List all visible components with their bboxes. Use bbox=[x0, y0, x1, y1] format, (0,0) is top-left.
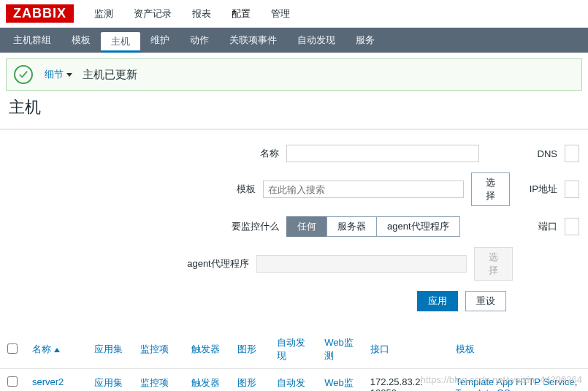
host-link[interactable]: server2 bbox=[32, 376, 64, 387]
col-header[interactable]: 触发器 bbox=[184, 330, 230, 369]
top-nav: ZABBIX 监测资产记录报表配置管理 bbox=[0, 0, 588, 28]
check-icon bbox=[14, 65, 33, 84]
notice-message: 主机已更新 bbox=[83, 68, 137, 82]
subnav-item[interactable]: 关联项事件 bbox=[219, 28, 287, 53]
template-input[interactable] bbox=[263, 181, 464, 198]
template-link[interactable]: Template OS bbox=[456, 387, 511, 391]
template-link[interactable]: Template App HTTP Service bbox=[456, 376, 575, 387]
col-header[interactable]: 模板 bbox=[448, 330, 588, 369]
success-notice: 细节 主机已更新 bbox=[6, 58, 582, 91]
ip-input[interactable] bbox=[565, 181, 579, 198]
agent-select-button: 选择 bbox=[474, 247, 513, 281]
monitor-option[interactable]: agent代理程序 bbox=[376, 216, 460, 237]
port-input[interactable] bbox=[565, 218, 579, 235]
sort-asc-icon bbox=[54, 348, 60, 352]
brand-logo: ZABBIX bbox=[6, 4, 74, 23]
row-checkbox[interactable] bbox=[7, 376, 18, 387]
agent-input bbox=[256, 255, 467, 273]
monitor-option[interactable]: 服务器 bbox=[327, 216, 377, 237]
col-header[interactable]: 监控项 bbox=[133, 330, 184, 369]
label-agent: agent代理程序 bbox=[9, 257, 249, 270]
cell-link[interactable]: 应用集 bbox=[94, 377, 123, 388]
page-title: 主机 bbox=[9, 96, 579, 118]
apply-button[interactable]: 应用 bbox=[417, 291, 458, 311]
topnav-item[interactable]: 配置 bbox=[221, 1, 261, 26]
table-row: server2应用集 11监控项 51触发器 20图形 9自动发现 2Web监测… bbox=[0, 369, 588, 392]
topnav-item[interactable]: 监测 bbox=[84, 1, 123, 26]
cell-link[interactable]: 触发器 bbox=[191, 377, 220, 388]
filter-panel: 名称 DNS 模板 选择 IP地址 要监控什么 任何服务器agent代理程序 端… bbox=[0, 129, 588, 323]
label-ip: IP地址 bbox=[517, 183, 557, 196]
detail-toggle[interactable]: 细节 bbox=[45, 68, 77, 81]
reset-button[interactable]: 重设 bbox=[465, 291, 506, 311]
subnav-item[interactable]: 服务 bbox=[345, 28, 385, 53]
topnav-item[interactable]: 报表 bbox=[182, 1, 221, 26]
col-header[interactable]: 自动发现 bbox=[270, 330, 317, 369]
topnav-item[interactable]: 管理 bbox=[261, 1, 300, 26]
subnav-item[interactable]: 自动发现 bbox=[287, 28, 345, 53]
cell-link[interactable]: 监控项 bbox=[140, 377, 169, 388]
monitor-segmented: 任何服务器agent代理程序 bbox=[286, 216, 460, 237]
template-select-button[interactable]: 选择 bbox=[471, 172, 511, 206]
label-dns: DNS bbox=[513, 148, 557, 159]
col-header bbox=[0, 330, 25, 369]
subnav-item[interactable]: 动作 bbox=[180, 28, 219, 53]
name-input[interactable] bbox=[286, 145, 479, 162]
sub-nav: 主机群组模板主机维护动作关联项事件自动发现服务 bbox=[0, 28, 588, 53]
monitor-option[interactable]: 任何 bbox=[286, 216, 327, 237]
label-template: 模板 bbox=[9, 183, 256, 196]
topnav-item[interactable]: 资产记录 bbox=[123, 1, 182, 26]
web-link[interactable]: Web监测 bbox=[324, 377, 354, 391]
label-name: 名称 bbox=[9, 147, 279, 160]
col-header[interactable]: 接口 bbox=[363, 330, 448, 369]
subnav-item[interactable]: 主机群组 bbox=[3, 28, 61, 53]
chevron-down-icon bbox=[66, 73, 72, 77]
subnav-item[interactable]: 维护 bbox=[140, 28, 180, 53]
col-header[interactable]: 名称 bbox=[25, 330, 87, 369]
table-header-row: 名称应用集监控项触发器图形自动发现Web监测接口模板 bbox=[0, 330, 588, 369]
label-port: 端口 bbox=[513, 220, 557, 233]
col-header[interactable]: Web监测 bbox=[317, 330, 363, 369]
cell-link[interactable]: 图形 bbox=[237, 377, 256, 388]
label-monitor: 要监控什么 bbox=[9, 220, 279, 233]
subnav-item[interactable]: 主机 bbox=[101, 32, 140, 53]
hosts-table: 名称应用集监控项触发器图形自动发现Web监测接口模板 server2应用集 11… bbox=[0, 330, 588, 391]
cell-link[interactable]: 自动发现 bbox=[277, 377, 305, 391]
dns-input[interactable] bbox=[565, 145, 579, 162]
subnav-item[interactable]: 模板 bbox=[61, 28, 101, 53]
interface-cell: 172.25.83.2: 10050 bbox=[363, 369, 448, 392]
col-header[interactable]: 图形 bbox=[230, 330, 270, 369]
col-header[interactable]: 应用集 bbox=[87, 330, 133, 369]
select-all-checkbox[interactable] bbox=[7, 343, 18, 354]
